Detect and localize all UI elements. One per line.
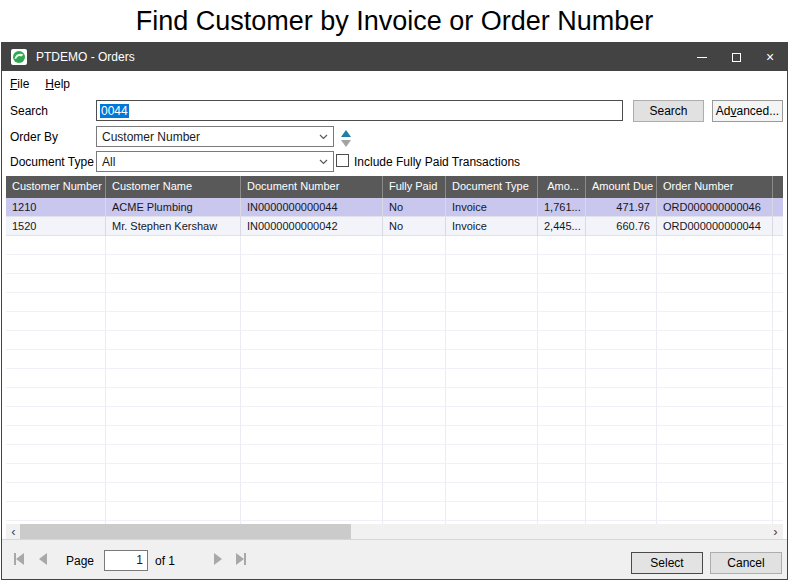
table-cell: ACME Plumbing: [106, 198, 241, 217]
table-cell: 1210: [6, 198, 106, 217]
next-page-icon: [214, 553, 222, 565]
table-cell: Mr. Stephen Kershaw: [106, 217, 241, 236]
footer-bar: Page 1 of 1 Select Cancel: [2, 539, 787, 579]
sort-ascending-icon: [341, 130, 351, 137]
chevron-down-icon: [319, 134, 328, 140]
scroll-right-icon[interactable]: ›: [768, 524, 783, 539]
empty-row: [6, 483, 783, 502]
empty-row: [6, 236, 783, 255]
table-cell: 471.97: [586, 198, 657, 217]
page-label: Page: [66, 554, 94, 568]
menu-file[interactable]: File: [2, 73, 37, 95]
table-cell: [773, 217, 783, 236]
column-header[interactable]: [773, 176, 783, 198]
table-row[interactable]: 1210ACME PlumbingIN0000000000044NoInvoic…: [6, 198, 783, 217]
table-cell: 1520: [6, 217, 106, 236]
empty-row: [6, 350, 783, 369]
first-page-button[interactable]: [14, 552, 30, 566]
close-icon: ×: [766, 50, 774, 64]
maximize-button[interactable]: [719, 43, 753, 71]
empty-row: [6, 464, 783, 483]
include-fully-paid-checkbox[interactable]: [336, 154, 349, 167]
horizontal-scrollbar[interactable]: ‹ ›: [6, 524, 783, 539]
empty-row: [6, 312, 783, 331]
app-icon: [11, 49, 27, 65]
document-type-dropdown[interactable]: All: [96, 151, 334, 172]
order-by-value: Customer Number: [102, 130, 319, 144]
chevron-down-icon: [319, 159, 328, 165]
minimize-button[interactable]: [685, 43, 719, 71]
empty-row: [6, 274, 783, 293]
column-header[interactable]: Document Type: [446, 176, 538, 198]
search-input[interactable]: 0044: [96, 100, 623, 121]
table-header-row: Customer NumberCustomer NameDocument Num…: [6, 176, 783, 198]
minimize-icon: [697, 57, 707, 58]
table-row[interactable]: 1520Mr. Stephen KershawIN0000000000042No…: [6, 217, 783, 236]
search-label: Search: [10, 104, 48, 118]
table-cell: No: [383, 217, 446, 236]
document-type-value: All: [102, 155, 319, 169]
column-header[interactable]: Amount Due: [586, 176, 657, 198]
menu-help[interactable]: Help: [37, 73, 78, 95]
empty-row: [6, 293, 783, 312]
previous-page-icon: [39, 553, 47, 565]
window-title: PTDEMO - Orders: [36, 50, 685, 64]
page-title: Find Customer by Invoice or Order Number: [0, 2, 789, 40]
column-header[interactable]: Amo...: [538, 176, 586, 198]
table-cell: No: [383, 198, 446, 217]
empty-row: [6, 255, 783, 274]
table-cell: ORD000000000046: [657, 198, 773, 217]
close-button[interactable]: ×: [753, 43, 787, 71]
search-button[interactable]: Search: [633, 100, 704, 122]
empty-row: [6, 426, 783, 445]
window-titlebar: PTDEMO - Orders ×: [2, 43, 787, 71]
empty-row: [6, 502, 783, 521]
document-type-label: Document Type: [10, 155, 94, 169]
last-page-icon: [236, 553, 244, 565]
column-header[interactable]: Customer Name: [106, 176, 241, 198]
empty-row: [6, 369, 783, 388]
last-page-button[interactable]: [236, 552, 252, 566]
order-by-dropdown[interactable]: Customer Number: [96, 126, 334, 147]
first-page-icon: [16, 553, 24, 565]
page-number-input[interactable]: 1: [104, 550, 148, 571]
empty-row: [6, 388, 783, 407]
select-button[interactable]: Select: [631, 552, 703, 574]
empty-row: [6, 331, 783, 350]
order-by-label: Order By: [10, 130, 58, 144]
search-input-value: 0044: [100, 104, 129, 118]
cancel-button[interactable]: Cancel: [710, 552, 782, 574]
column-header[interactable]: Order Number: [657, 176, 773, 198]
column-header[interactable]: Customer Number: [6, 176, 106, 198]
window-controls: ×: [685, 43, 787, 71]
orders-window: PTDEMO - Orders × File Help Search 0044 …: [1, 42, 788, 580]
table-cell: Invoice: [446, 198, 538, 217]
advanced-button[interactable]: Advanced...: [712, 100, 783, 122]
table-cell: Invoice: [446, 217, 538, 236]
include-fully-paid-label: Include Fully Paid Transactions: [354, 155, 520, 169]
next-page-button[interactable]: [214, 552, 230, 566]
table-cell: IN0000000000042: [241, 217, 383, 236]
table-cell: 1,761...: [538, 198, 586, 217]
table-cell: IN0000000000044: [241, 198, 383, 217]
table-cell: [773, 198, 783, 217]
page-count-label: of 1: [155, 554, 175, 568]
column-header[interactable]: Fully Paid: [383, 176, 446, 198]
results-table: Customer NumberCustomer NameDocument Num…: [6, 176, 783, 524]
maximize-icon: [732, 53, 741, 62]
column-header[interactable]: Document Number: [241, 176, 383, 198]
order-direction-spinner[interactable]: [338, 127, 354, 149]
empty-row: [6, 407, 783, 426]
menu-bar: File Help: [2, 71, 787, 96]
table-cell: ORD000000000044: [657, 217, 773, 236]
table-cell: 2,445...: [538, 217, 586, 236]
sort-descending-icon: [341, 140, 351, 147]
scrollbar-thumb[interactable]: [20, 524, 351, 539]
table-cell: 660.76: [586, 217, 657, 236]
scroll-left-icon[interactable]: ‹: [6, 524, 21, 539]
previous-page-button[interactable]: [39, 552, 55, 566]
empty-row: [6, 445, 783, 464]
